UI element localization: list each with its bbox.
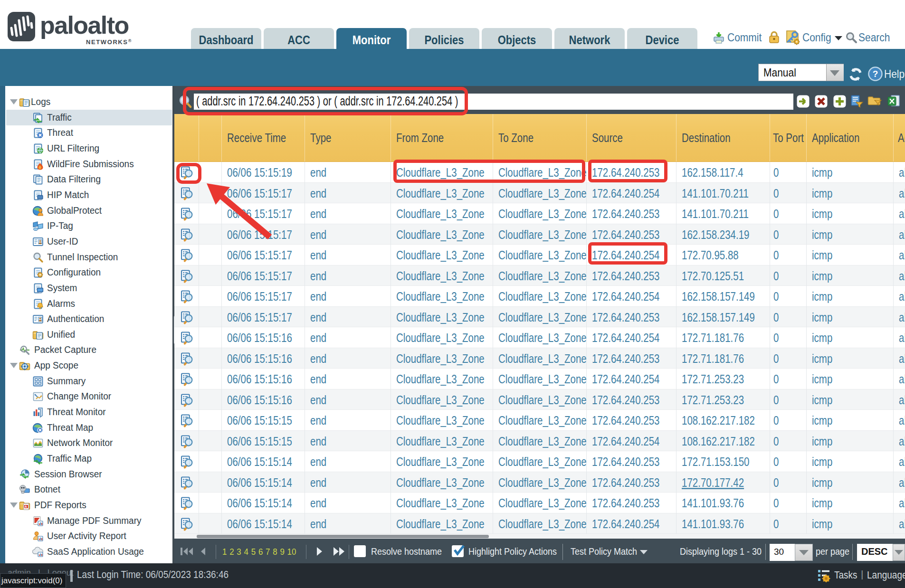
svg-text:?: ? <box>873 69 878 79</box>
